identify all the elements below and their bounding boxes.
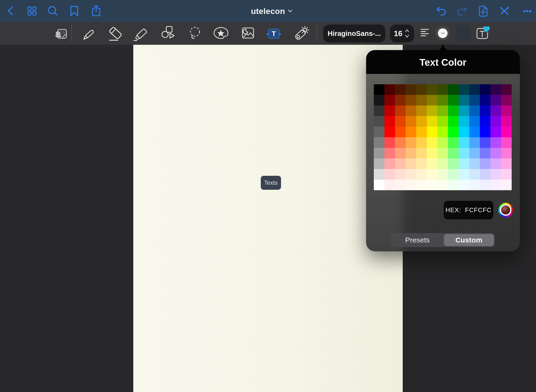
- svg-text:a: a: [55, 28, 61, 39]
